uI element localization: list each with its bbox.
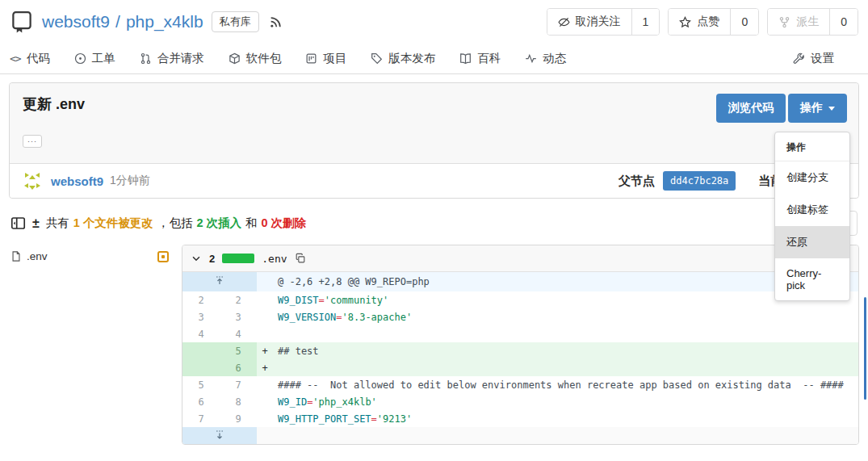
diff-row-context: 33W9_VERSION='8.3-apache' — [182, 308, 858, 325]
star-button[interactable]: 点赞 — [669, 9, 730, 35]
operations-button[interactable]: 操作 — [788, 94, 847, 123]
file-name: .env — [27, 250, 48, 262]
diff-code-cell — [273, 359, 858, 376]
new-line-number: 3 — [220, 308, 257, 325]
old-line-number — [182, 342, 220, 359]
tab-code[interactable]: <> 代码 — [10, 51, 50, 66]
toggle-file-tree-button[interactable] — [10, 216, 26, 231]
diff-sign-cell — [257, 393, 273, 410]
commit-header: 更新 .env ··· 浏览代码 操作 操作 创建分支 创建标签 还原 Cher… — [10, 83, 858, 163]
diff-row-context: 68W9_ID='php_x4klb' — [182, 393, 858, 410]
file-tree-item-env[interactable]: .env — [9, 248, 170, 265]
copy-icon[interactable] — [295, 253, 306, 264]
star-button-group: 点赞 0 — [668, 8, 759, 36]
parent-hash-button[interactable]: dd4c7bc28a — [663, 171, 736, 191]
file-icon — [10, 250, 22, 262]
caret-down-icon — [828, 107, 835, 111]
forks-count[interactable]: 0 — [829, 9, 858, 35]
old-line-number: 6 — [182, 393, 220, 410]
watchers-count[interactable]: 1 — [631, 9, 660, 35]
commit-meta-row: websoft9 1分钟前 父节点 dd4c7bc28a 当前提交 1b0 — [10, 163, 858, 198]
page-scrollbar-thumb[interactable] — [864, 297, 866, 400]
diff-filename: .env — [262, 253, 287, 265]
operations-dropdown: 操作 创建分支 创建标签 还原 Cherry-pick — [774, 132, 850, 301]
path-separator: / — [115, 12, 120, 31]
avatar[interactable] — [21, 170, 44, 192]
menu-item-revert[interactable]: 还原 — [775, 226, 849, 258]
diff-panel: 2 .env Unescape @ -2,6 +2,8 @@ W9_REPO=p… — [182, 245, 859, 445]
old-line-number — [182, 359, 220, 376]
diff-sign-cell — [257, 376, 273, 393]
diff-file-header: 2 .env Unescape — [182, 245, 858, 272]
fork-button-group: 派生 0 — [767, 8, 858, 36]
tab-wiki[interactable]: 百科 — [459, 51, 501, 66]
repo-owner-link[interactable]: websoft9 — [42, 12, 110, 31]
commit-time: 1分钟前 — [110, 174, 150, 188]
commit-box: 更新 .env ··· 浏览代码 操作 操作 创建分支 创建标签 还原 Cher… — [9, 82, 859, 199]
diff-table: @ -2,6 +2,8 @@ W9_REPO=php22W9_DIST='com… — [182, 272, 858, 444]
menu-item-cherry-pick[interactable]: Cherry-pick — [775, 258, 849, 300]
repo-icon — [10, 10, 34, 34]
menu-item-create-tag[interactable]: 创建标签 — [775, 194, 849, 226]
tab-projects[interactable]: 项目 — [305, 51, 346, 66]
insertions-count: 2 次插入 — [196, 216, 241, 231]
unwatch-button[interactable]: 取消关注 — [547, 9, 631, 35]
diff-row-context: 22W9_DIST='community' — [182, 291, 858, 308]
file-tree: .env — [9, 245, 170, 265]
diff-code-cell — [273, 325, 858, 342]
stars-count[interactable]: 0 — [730, 9, 758, 35]
deletions-count: 0 次删除 — [261, 216, 306, 231]
diff-sign-cell — [257, 410, 273, 427]
chevron-down-icon[interactable] — [191, 253, 202, 264]
files-changed-count: 1 个文件被更改 — [73, 216, 153, 231]
tag-icon — [371, 52, 383, 65]
diff-row-expand-bottom — [182, 427, 858, 444]
fork-button[interactable]: 派生 — [768, 9, 829, 35]
pulse-icon — [525, 52, 537, 65]
tab-packages[interactable]: 软件包 — [229, 51, 282, 66]
eye-slash-icon — [558, 16, 570, 28]
parent-label: 父节点 — [619, 174, 655, 189]
tab-pull-requests[interactable]: 合并请求 — [140, 51, 204, 66]
expand-up-icon[interactable] — [182, 272, 257, 291]
diff-sign-cell — [257, 291, 273, 308]
diff-row-context: 44 — [182, 325, 858, 342]
package-icon — [229, 52, 241, 65]
diff-code-cell: W9_ID='php_x4klb' — [273, 393, 858, 410]
diff-stats-row: ± 共有 1 个文件被更改 ，包括 2 次插入 和 0 次删除 — [10, 211, 858, 236]
diff-sign-cell — [257, 325, 273, 342]
wrench-icon — [793, 52, 805, 65]
fork-icon — [778, 16, 790, 28]
rss-icon[interactable] — [269, 15, 283, 29]
tab-releases[interactable]: 版本发布 — [371, 51, 435, 66]
menu-item-create-branch[interactable]: 创建分支 — [775, 161, 849, 194]
new-line-number: 7 — [220, 376, 257, 393]
issue-icon — [74, 52, 86, 65]
expand-commit-message-button[interactable]: ··· — [23, 135, 42, 148]
diff-filler-cell — [257, 427, 858, 444]
modified-status-icon — [157, 251, 169, 262]
tab-issues[interactable]: 工单 — [74, 51, 115, 66]
diff-row-added: 6+ — [182, 359, 858, 376]
old-line-number: 7 — [182, 410, 220, 427]
plus-minus-icon: ± — [32, 216, 40, 231]
old-line-number: 5 — [182, 376, 220, 393]
repo-name-link[interactable]: php_x4klb — [126, 12, 203, 31]
diff-code-cell: W9_DIST='community' — [273, 291, 858, 308]
diff-code-cell: ## test — [273, 342, 858, 359]
diff-proportion-bar — [222, 254, 254, 263]
expand-down-icon[interactable] — [182, 427, 257, 444]
tab-activity[interactable]: 动态 — [525, 51, 566, 66]
browse-source-button[interactable]: 浏览代码 — [716, 94, 786, 123]
diff-code-cell: W9_VERSION='8.3-apache' — [273, 308, 858, 325]
project-icon — [305, 52, 317, 65]
watch-button-group: 取消关注 1 — [547, 8, 660, 36]
repo-nav: <> 代码 工单 合并请求 软件包 项目 版本发布 百科 — [0, 39, 868, 74]
star-icon — [679, 16, 691, 28]
new-line-number: 9 — [220, 410, 257, 427]
author-link[interactable]: websoft9 — [51, 174, 103, 188]
repo-header: websoft9 / php_x4klb 私有库 取消关注 1 — [0, 0, 868, 39]
tab-settings[interactable]: 设置 — [793, 51, 834, 66]
diff-row-hunk: @ -2,6 +2,8 @@ W9_REPO=php — [182, 272, 858, 291]
breadcrumb: websoft9 / php_x4klb — [42, 12, 203, 31]
